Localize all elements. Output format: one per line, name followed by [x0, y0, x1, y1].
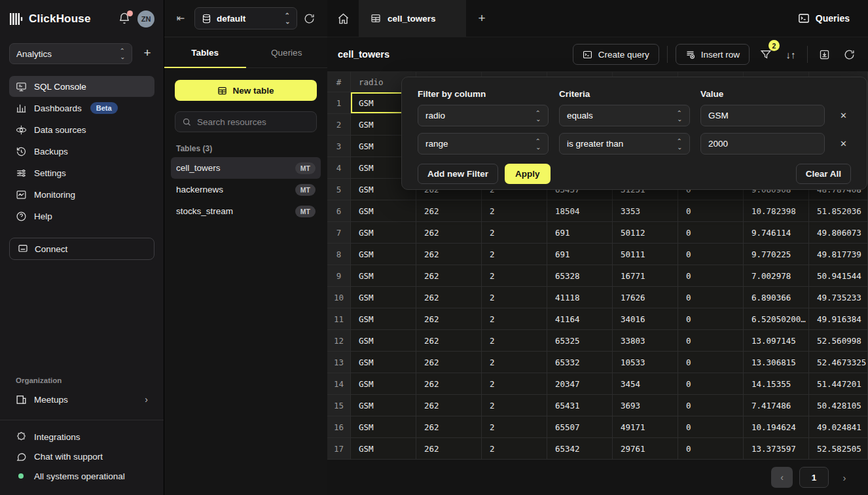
connect-button[interactable]: Connect [9, 238, 154, 260]
table-cell[interactable]: 49.806073 [809, 222, 868, 244]
table-cell[interactable]: 18504 [547, 200, 613, 222]
table-cell[interactable]: 0 [678, 416, 744, 438]
table-cell[interactable]: 0 [678, 330, 744, 352]
table-cell[interactable]: 2 [482, 352, 547, 373]
filter-button[interactable]: 2 [757, 46, 774, 63]
database-select[interactable]: default ⌃⌃ [194, 7, 297, 29]
table-cell[interactable]: GSM [351, 330, 416, 352]
sort-button[interactable]: ↓↑ [782, 46, 799, 63]
table-cell[interactable]: 2 [482, 330, 547, 352]
table-cell[interactable]: 0 [678, 373, 744, 395]
explorer-tab-queries[interactable]: Queries [246, 37, 328, 67]
table-cell[interactable]: 262 [416, 438, 482, 460]
table-cell[interactable]: 65332 [547, 352, 613, 373]
table-cell[interactable]: GSM [351, 373, 416, 395]
table-cell[interactable]: GSM [351, 395, 416, 416]
refresh-table-button[interactable] [841, 46, 858, 63]
filter-criteria-select[interactable]: is greater than⌃⌃ [559, 133, 690, 155]
table-cell[interactable]: GSM [351, 308, 416, 330]
table-cell[interactable]: 0 [678, 222, 744, 244]
clear-all-filters-button[interactable]: Clear All [796, 164, 851, 184]
table-cell[interactable]: 41164 [547, 308, 613, 330]
table-cell[interactable]: 262 [416, 244, 482, 265]
table-cell[interactable]: 16771 [613, 265, 678, 287]
download-button[interactable] [816, 46, 833, 63]
next-page-button[interactable]: › [835, 467, 854, 488]
table-cell[interactable]: 691 [547, 244, 613, 265]
table-cell[interactable]: GSM [351, 222, 416, 244]
table-cell[interactable]: 262 [416, 330, 482, 352]
table-cell[interactable]: 0 [678, 308, 744, 330]
table-cell[interactable]: 0 [678, 244, 744, 265]
table-cell[interactable]: 7.002978 [744, 265, 809, 287]
new-tab-button[interactable]: + [466, 0, 497, 37]
table-cell[interactable]: GSM [351, 200, 416, 222]
table-cell[interactable]: 13.306815 [744, 352, 809, 373]
workspace-select[interactable]: Analytics ⌃⌃ [9, 43, 132, 64]
table-cell[interactable]: 262 [416, 200, 482, 222]
column-header[interactable]: # [327, 72, 351, 92]
sidebar-item-chat-with-support[interactable]: Chat with support [0, 447, 164, 466]
table-cell[interactable]: 2 [482, 222, 547, 244]
table-cell[interactable]: 65325 [547, 330, 613, 352]
table-cell[interactable]: 691 [547, 222, 613, 244]
refresh-database-icon[interactable] [304, 13, 318, 24]
table-cell[interactable]: 6.52050200… [744, 308, 809, 330]
table-cell[interactable]: 2 [482, 244, 547, 265]
filter-criteria-select[interactable]: equals⌃⌃ [559, 105, 690, 126]
table-cell[interactable]: 262 [416, 416, 482, 438]
table-cell[interactable]: 33803 [613, 330, 678, 352]
search-resources-input[interactable] [197, 117, 310, 127]
sidebar-item-all-systems-operational[interactable]: All systems operational [0, 466, 164, 486]
table-cell[interactable]: 52.4673325 [809, 352, 868, 373]
remove-filter-icon[interactable]: ✕ [836, 108, 851, 123]
notifications-bell-icon[interactable] [118, 12, 132, 26]
table-cell[interactable]: 10.782398 [744, 200, 809, 222]
table-cell[interactable]: GSM [351, 352, 416, 373]
collapse-panel-icon[interactable]: ⇤ [173, 12, 188, 24]
sidebar-item-meetups[interactable]: Meetups › [9, 388, 154, 411]
table-cell[interactable]: 3693 [613, 395, 678, 416]
table-cell[interactable]: 49.024841 [809, 416, 868, 438]
table-cell[interactable]: GSM [351, 416, 416, 438]
prev-page-button[interactable]: ‹ [771, 467, 793, 488]
apply-filter-button[interactable]: Apply [505, 164, 551, 184]
table-cell[interactable]: 41118 [547, 287, 613, 308]
table-cell[interactable]: GSM [351, 438, 416, 460]
insert-row-button[interactable]: Insert row [676, 44, 750, 65]
table-cell[interactable]: 10533 [613, 352, 678, 373]
table-cell[interactable]: 51.852036 [809, 200, 868, 222]
table-cell[interactable]: 13.097145 [744, 330, 809, 352]
sidebar-item-sql-console[interactable]: SQL Console [9, 76, 154, 97]
table-cell[interactable]: GSM [351, 265, 416, 287]
filter-column-select[interactable]: range⌃⌃ [418, 133, 549, 155]
page-number-input[interactable]: 1 [799, 467, 829, 488]
table-cell[interactable]: 262 [416, 287, 482, 308]
table-cell[interactable]: 50111 [613, 244, 678, 265]
table-cell[interactable]: 52.560998 [809, 330, 868, 352]
filter-value-input[interactable] [700, 105, 825, 126]
table-cell[interactable]: 52.582505 [809, 438, 868, 460]
create-query-button[interactable]: Create query [573, 44, 659, 65]
explorer-tab-tables[interactable]: Tables [164, 37, 246, 67]
table-cell[interactable]: 9.746114 [744, 222, 809, 244]
sidebar-item-data-sources[interactable]: Data sources [9, 119, 154, 140]
table-cell[interactable]: 2 [482, 308, 547, 330]
table-cell[interactable]: 9.770225 [744, 244, 809, 265]
table-list-item-cell_towers[interactable]: cell_towersMT [171, 157, 321, 179]
table-cell[interactable]: 3454 [613, 373, 678, 395]
table-cell[interactable]: 49.735233 [809, 287, 868, 308]
table-list-item-stocks_stream[interactable]: stocks_streamMT [171, 200, 321, 222]
sidebar-item-integrations[interactable]: Integrations [0, 427, 164, 447]
table-cell[interactable]: 262 [416, 395, 482, 416]
table-cell[interactable]: 0 [678, 352, 744, 373]
table-cell[interactable]: 0 [678, 438, 744, 460]
table-cell[interactable]: 17626 [613, 287, 678, 308]
filter-column-select[interactable]: radio⌃⌃ [418, 105, 549, 126]
filter-value-input[interactable] [700, 133, 825, 155]
table-cell[interactable]: 7.417486 [744, 395, 809, 416]
table-cell[interactable]: 49171 [613, 416, 678, 438]
table-cell[interactable]: 262 [416, 265, 482, 287]
new-table-button[interactable]: New table [175, 80, 317, 101]
table-cell[interactable]: 50.941544 [809, 265, 868, 287]
